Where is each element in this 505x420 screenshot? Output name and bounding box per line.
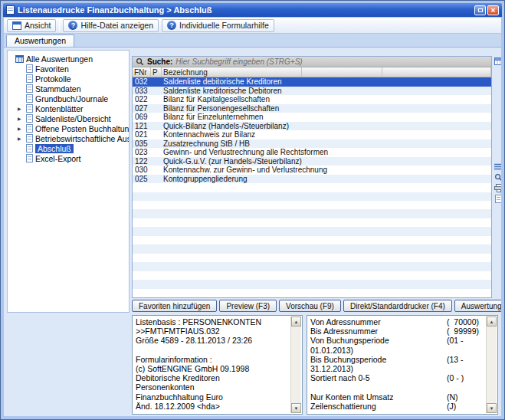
row-p [151,139,162,149]
toolbar-button-label: Hilfe-Datei anzeigen [80,21,153,30]
scroll-down-icon[interactable]: ▼ [291,403,301,413]
info-line: Zeilenschattierung(J) [310,402,486,411]
table-row[interactable]: 121Quick-Bilanz (Handels-/Steuerbilanz) [133,122,491,131]
table-row[interactable]: 027Bilanz für Personengesellschaften [133,104,491,113]
hilfe-datei-anzeigen-button[interactable]: ? Hilfe-Datei anzeigen [63,19,159,32]
tree-item-favoriten[interactable]: Favoriten [8,64,129,74]
row-bezeichnung: Kontogruppengliederung [162,175,491,184]
info-line: >>FMT\FMTFIAUS.032 [136,326,290,336]
row-fnr: 032 [133,77,151,87]
table-row[interactable]: 022Bilanz für Kapitalgesellschaften [133,95,491,104]
row-p [151,87,162,96]
close-button[interactable]: × [487,5,499,15]
tab-strip: Auswertungen [4,34,501,48]
search-label: Suche: [147,57,172,66]
row-p [151,113,162,122]
toolbar-button-label: Individuelle Formularhilfe [179,21,269,30]
expand-icon[interactable]: ▶ [18,136,21,141]
parameters-text: Von Adressnummer( 70000) Bis Adressnumme… [310,317,486,412]
document-icon [26,144,33,153]
table-row[interactable]: 035Zusatzrechnung StB / HB [133,139,491,149]
restore-button[interactable] [474,5,486,15]
tree-item-protokolle[interactable]: Protokolle [8,74,129,84]
app-icon [6,5,15,15]
info-line: (c) SoftENGINE GmbH 09.1998 [136,364,290,373]
row-p [151,175,162,184]
row-bezeichnung: Quick-Bilanz (Handels-/Steuerbilanz) [162,122,491,131]
scroll-up-icon[interactable]: ▲ [291,317,301,326]
column-header-empty[interactable] [382,67,491,77]
tree-item-abschluss[interactable]: Abschluß [8,143,129,153]
table-icon[interactable] [494,56,501,66]
print-icon[interactable] [494,183,501,193]
scroll-up-icon[interactable]: ▲ [487,317,497,326]
tree-item-kontenblaetter[interactable]: ▶ Kontenblätter [8,103,129,113]
document-icon[interactable] [494,194,501,204]
search-icon [136,57,144,66]
row-fnr: 023 [133,148,151,157]
tree-item-saldenliste-uebersicht[interactable]: ▶ Saldenliste/Übersicht [8,113,129,123]
auswertung-drucken-button[interactable]: Auswertung drucken [454,300,501,312]
individuelle-formularhilfe-button[interactable]: ? Individuelle Formularhilfe [162,19,274,32]
table-row[interactable]: 033Saldenliste kreditorische Debitoren [133,87,491,96]
table-row[interactable]: 023Gewinn- und Verlustrechnung alle Rech… [133,148,491,157]
add-favorites-button[interactable]: Favoriten hinzufügen [132,300,217,312]
tree-item-offene-posten-buchhaltung[interactable]: ▶ Offene Posten Buchhaltung [8,123,129,133]
expand-icon[interactable]: ▶ [18,116,21,121]
document-icon [495,195,501,203]
tab-auswertungen[interactable]: Auswertungen [6,34,74,47]
table-row[interactable]: 030Kontennachw. zur Gewinn- und Verlustr… [133,166,491,175]
preview-f3-button[interactable]: Preview (F3) [219,300,277,312]
action-button-row: Favoriten hinzufügen Preview (F3) Vorsch… [132,300,501,312]
window-body: Ansicht ? Hilfe-Datei anzeigen ? Individ… [4,18,501,416]
row-fnr: 033 [133,87,151,96]
info-line [310,382,486,392]
window-title: Listenausdrucke Finanzbuchhaltung > Absc… [18,5,471,15]
tree-item-grundbuch-journale[interactable]: Grundbuch/Journale [8,94,129,103]
side-icon-strip [494,56,501,298]
document-icon [26,124,33,133]
row-p [151,130,162,139]
expand-icon[interactable]: ▶ [18,106,21,111]
info-line: Bis Buchungsperiode(13 - [310,355,486,364]
row-bezeichnung: Bilanz für Personengesellschaften [162,104,491,113]
table-header: FNr P Bezeichnung [133,67,491,77]
table-row[interactable]: 021Kontennachweis zur Bilanz [133,130,491,139]
tree-item-betriebswirtschaftliche-auswertungen[interactable]: ▶ Betriebswirtschaftliche Auswertungen [8,133,129,143]
column-header-p[interactable]: P [151,67,162,77]
document-icon [26,84,33,93]
table-row[interactable]: 122Quick-G.u.V. (zur Handels-/Steuerbila… [133,157,491,166]
info-line: Formularinformation : [136,355,290,364]
app-window: Listenausdrucke Finanzbuchhaltung > Absc… [0,0,505,420]
scrollbar[interactable]: ▲ ▼ [486,317,497,413]
row-p [151,148,162,157]
tree-item-label: Saldenliste/Übersicht [35,114,111,123]
search-bar[interactable]: Suche: Hier Suchbegriff eingeben (STRG+S… [133,57,491,67]
title-bar: Listenausdrucke Finanzbuchhaltung > Absc… [3,3,502,17]
expand-icon[interactable]: ▶ [18,126,21,131]
list-icon[interactable] [494,162,501,172]
tree-item-stammdaten[interactable]: Stammdaten [8,84,129,94]
info-line: Personenkonten [136,382,290,392]
row-fnr: 122 [133,157,151,166]
ansicht-button[interactable]: Ansicht [7,19,56,32]
vorschau-f9-button[interactable]: Vorschau (F9) [279,300,341,312]
direkt-standarddrucker-f4-button[interactable]: Direkt/Standarddrucker (F4) [343,300,452,312]
column-header-empty[interactable] [302,67,382,77]
row-bezeichnung: Quick-G.u.V. (zur Handels-/Steuerbilanz) [162,157,491,166]
column-header-bezeichnung[interactable]: Bezeichnung [162,67,302,77]
table-row[interactable]: 069Bilanz für Einzelunternehmen [133,113,491,122]
zoom-icon[interactable] [494,172,501,182]
scrollbar[interactable]: ▲ ▼ [290,317,301,413]
toolbar: Ansicht ? Hilfe-Datei anzeigen ? Individ… [4,18,501,34]
scroll-down-icon[interactable]: ▼ [487,403,497,413]
column-header-fnr[interactable]: FNr [133,67,151,77]
tree-item-alle-auswertungen[interactable]: Alle Auswertungen [8,54,129,64]
toolbar-button-label: Ansicht [25,21,51,30]
info-line: Änd. 18.12.2009 <hda> [136,402,290,411]
table-row-selected[interactable]: 032Saldenliste debitorische Kreditoren [133,77,491,87]
tree-item-excel-export[interactable]: Excel-Export [8,153,129,163]
row-fnr: 035 [133,139,151,149]
info-line: Debitorische Kreditoren [136,373,290,382]
table-row[interactable]: 025Kontogruppengliederung [133,175,491,184]
